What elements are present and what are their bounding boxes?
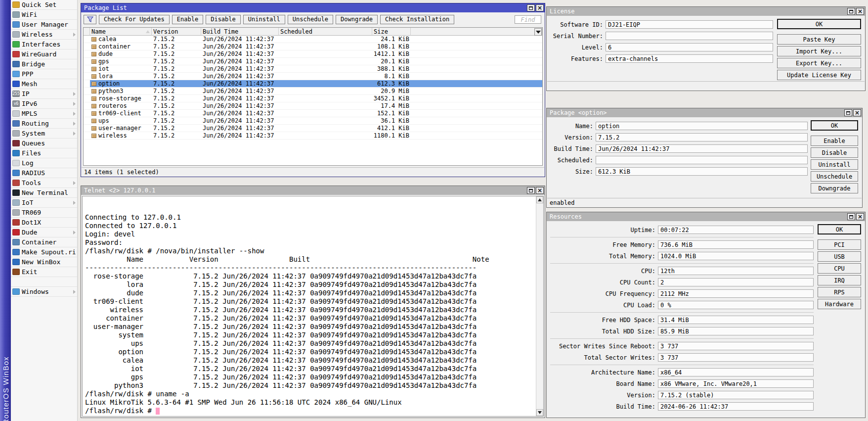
- close-button[interactable]: ×: [536, 4, 544, 11]
- sidebar-item-routing[interactable]: Routing: [11, 119, 77, 129]
- ok-button[interactable]: OK: [811, 120, 858, 131]
- maximize-button[interactable]: [527, 4, 535, 11]
- sidebar-item-system[interactable]: System: [11, 129, 77, 139]
- table-row-tr069-client[interactable]: tr069-client7.15.2Jun/26/2024 11:42:3715…: [84, 110, 542, 117]
- pci-button[interactable]: PCI: [818, 239, 861, 250]
- maximize-button[interactable]: [847, 213, 855, 220]
- telnet-titlebar[interactable]: Telnet <2> 127.0.0.1 ×: [81, 186, 545, 195]
- table-row-container[interactable]: container7.15.2Jun/26/2024 11:42:37108.1…: [84, 43, 542, 50]
- export-key-button[interactable]: Export Key...: [777, 58, 861, 68]
- maximize-button[interactable]: [847, 8, 855, 15]
- disable-button[interactable]: Disable: [811, 147, 858, 158]
- sidebar-item-files[interactable]: Files: [11, 148, 77, 158]
- sidebar-item-new-winbox[interactable]: New WinBox: [11, 257, 77, 267]
- paste-key-button[interactable]: Paste Key: [777, 34, 861, 45]
- close-button[interactable]: ×: [853, 109, 861, 116]
- column-header-name[interactable]: Name: [90, 28, 152, 36]
- scroll-down-button[interactable]: [536, 409, 543, 416]
- scroll-up-button[interactable]: [536, 196, 543, 203]
- sidebar-item-user-manager[interactable]: User Manager: [11, 20, 77, 30]
- field-value-free-hdd-space[interactable]: 31.4 MiB: [658, 316, 814, 324]
- unschedule-button[interactable]: Unschedule: [811, 171, 858, 182]
- sidebar-item-ip[interactable]: 255IP: [11, 89, 77, 99]
- cpu-button[interactable]: CPU: [818, 263, 861, 274]
- field-value-cpu-count[interactable]: 2: [658, 278, 814, 286]
- sidebar-item-wifi[interactable]: WiFi: [11, 10, 77, 20]
- sidebar-item-make-supout-rif[interactable]: Make Supout.rif: [11, 247, 77, 257]
- sidebar-item-tools[interactable]: Tools: [11, 178, 77, 188]
- irq-button[interactable]: IRQ: [818, 275, 861, 285]
- field-value-version[interactable]: 7.15.2 (stable): [658, 391, 814, 399]
- hardware-button[interactable]: Hardware: [818, 299, 861, 309]
- sidebar-item-new-terminal[interactable]: New Terminal: [11, 188, 77, 198]
- sidebar-item-interfaces[interactable]: Interfaces: [11, 40, 77, 49]
- sidebar-item-log[interactable]: Log: [11, 158, 77, 168]
- package-option-titlebar[interactable]: Package <option> ×: [547, 108, 862, 117]
- table-row-lora[interactable]: lora7.15.2Jun/26/2024 11:42:378.1 KiB: [84, 73, 542, 80]
- field-value-size[interactable]: 612.3 KiB: [596, 167, 808, 176]
- sidebar-item-ppp[interactable]: PPP: [11, 69, 77, 79]
- field-value-uptime[interactable]: 00:07:22: [658, 226, 814, 234]
- field-value-scheduled[interactable]: [596, 156, 808, 164]
- field-value-architecture-name[interactable]: x86_64: [658, 368, 814, 376]
- sidebar-item-container[interactable]: Container: [11, 237, 77, 247]
- column-header-size[interactable]: Size: [372, 28, 411, 36]
- ok-button[interactable]: OK: [777, 19, 861, 29]
- table-row-gps[interactable]: gps7.15.2Jun/26/2024 11:42:3720.1 KiB: [84, 58, 542, 65]
- field-value-total-sector-writes[interactable]: 3 737: [658, 353, 814, 362]
- field-value-free-memory[interactable]: 736.6 MiB: [658, 240, 814, 249]
- toolbar-button-uninstall[interactable]: Uninstall: [243, 15, 285, 24]
- enable-button[interactable]: Enable: [811, 136, 858, 146]
- find-input[interactable]: Find: [515, 15, 541, 24]
- downgrade-button[interactable]: Downgrade: [811, 183, 858, 193]
- table-row-dude[interactable]: dude7.15.2Jun/26/2024 11:42:371412.1 KiB: [84, 50, 542, 58]
- license-titlebar[interactable]: License ×: [547, 7, 865, 16]
- import-key-button[interactable]: Import Key...: [777, 46, 861, 56]
- sidebar-item-exit[interactable]: Exit: [11, 267, 77, 277]
- package-list-titlebar[interactable]: Package List ×: [81, 3, 545, 12]
- close-button[interactable]: ×: [856, 213, 864, 220]
- table-row-option[interactable]: option7.15.2Jun/26/2024 11:42:37612.3 Ki…: [84, 80, 542, 88]
- sidebar-item-mesh[interactable]: Mesh: [11, 79, 77, 89]
- field-value-sector-writes-since-reboot[interactable]: 3 737: [658, 342, 814, 350]
- column-header-version[interactable]: Version: [152, 28, 201, 36]
- field-value-level[interactable]: 6: [606, 43, 773, 51]
- toolbar-button-enable[interactable]: Enable: [172, 15, 203, 24]
- table-row-user-manager[interactable]: user-manager7.15.2Jun/26/2024 11:42:3741…: [84, 125, 542, 132]
- maximize-button[interactable]: [527, 187, 535, 194]
- table-row-routeros[interactable]: routeros7.15.2Jun/26/2024 11:42:3717.4 M…: [84, 102, 542, 110]
- field-value-cpu[interactable]: 12th: [658, 267, 814, 275]
- maximize-button[interactable]: [844, 109, 852, 116]
- sidebar-item-queues[interactable]: Queues: [11, 139, 77, 148]
- field-value-board-name[interactable]: x86 VMware, Inc. VMware20,1: [658, 379, 814, 388]
- field-value-cpu-load[interactable]: 0 %: [658, 301, 814, 309]
- sidebar-item-ipv6[interactable]: v6IPv6: [11, 99, 77, 109]
- table-row-calea[interactable]: calea7.15.2Jun/26/2024 11:42:3724.1 KiB: [84, 36, 542, 43]
- toolbar-button-disable[interactable]: Disable: [206, 15, 241, 24]
- close-button[interactable]: ×: [536, 187, 544, 194]
- sidebar-item-mpls[interactable]: MPLS: [11, 109, 77, 119]
- toolbar-button-check-installation[interactable]: Check Installation: [380, 15, 454, 24]
- toolbar-button-check-for-updates[interactable]: Check For Updates: [99, 15, 170, 24]
- toolbar-button-unschedule[interactable]: Unschedule: [288, 15, 333, 24]
- column-selector-button[interactable]: [534, 28, 542, 36]
- sidebar-item-quick-set[interactable]: Quick Set: [11, 0, 77, 10]
- sidebar-item-wireguard[interactable]: WireGuard: [11, 49, 77, 59]
- terminal-scrollbar[interactable]: [536, 196, 543, 416]
- sidebar-item-iot[interactable]: IoT: [11, 198, 77, 208]
- sidebar-item-dot1x[interactable]: Dot1X: [11, 218, 77, 228]
- column-header-scheduled[interactable]: Scheduled: [279, 28, 372, 36]
- toolbar-button-downgrade[interactable]: Downgrade: [336, 15, 378, 24]
- table-row-ups[interactable]: ups7.15.2Jun/26/2024 11:42:3736.1 KiB: [84, 117, 542, 125]
- column-header-build-time[interactable]: Build Time: [201, 28, 279, 36]
- field-value-total-memory[interactable]: 1024.0 MiB: [658, 252, 814, 260]
- sidebar-item-radius[interactable]: RADIUS: [11, 168, 77, 178]
- field-value-build-time[interactable]: Jun/26/2024 11:42:37: [596, 144, 808, 153]
- field-value-cpu-frequency[interactable]: 2112 MHz: [658, 289, 814, 298]
- terminal-area[interactable]: Connecting to 127.0.0.1 Connected to 127…: [82, 196, 544, 417]
- sidebar-item-tr069[interactable]: TR069: [11, 208, 77, 218]
- table-row-python3[interactable]: python37.15.2Jun/26/2024 11:42:3720.9 Mi…: [84, 88, 542, 95]
- sidebar-item-bridge[interactable]: Bridge: [11, 59, 77, 69]
- resources-titlebar[interactable]: Resources ×: [547, 212, 865, 221]
- close-button[interactable]: ×: [856, 8, 864, 15]
